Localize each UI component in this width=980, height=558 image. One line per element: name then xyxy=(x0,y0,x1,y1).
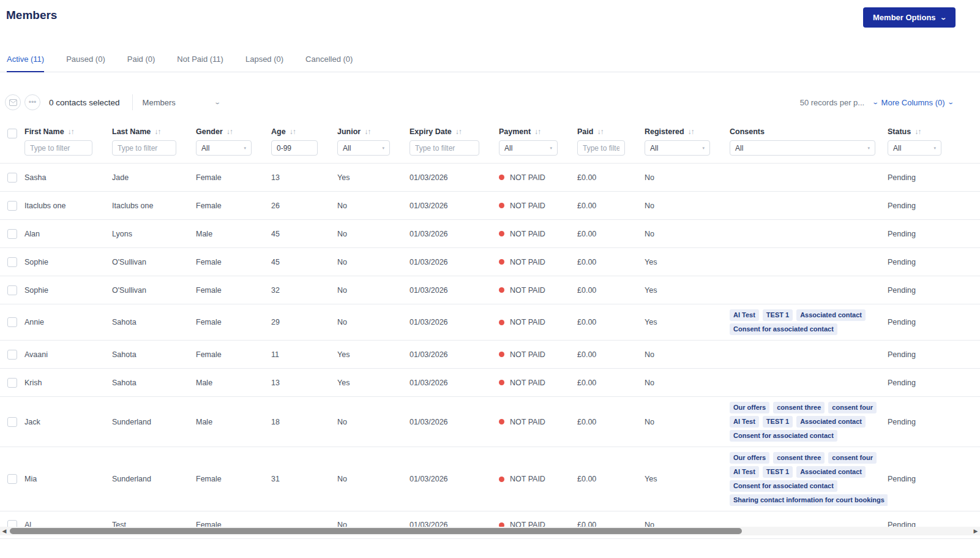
view-select[interactable]: Members ⌄ xyxy=(132,94,220,110)
junior-filter-select[interactable]: All▾ xyxy=(337,140,390,156)
row-checkbox[interactable] xyxy=(7,285,17,295)
tab-cancelled-0[interactable]: Cancelled (0) xyxy=(305,48,353,72)
cell-expiry-date: 01/03/2026 xyxy=(410,286,499,295)
cell-consents: Our offersconsent threeconsent fourAI Te… xyxy=(730,447,888,511)
sort-icons[interactable]: ↓↑ xyxy=(226,127,233,136)
tab-lapsed-0[interactable]: Lapsed (0) xyxy=(245,48,283,72)
payment-status-label: NOT PAID xyxy=(510,202,545,210)
not-paid-dot-icon xyxy=(499,231,504,236)
email-button[interactable] xyxy=(5,94,21,110)
cell-age: 45 xyxy=(271,258,337,266)
table-row: Itaclubs oneItaclubs oneFemale26No01/03/… xyxy=(0,191,980,219)
sort-icons[interactable]: ↓↑ xyxy=(290,127,296,136)
registered-filter-select[interactable]: All▾ xyxy=(645,140,710,156)
column-header-gender: Gender↓↑All▾ xyxy=(196,127,271,156)
cell-status: Pending xyxy=(888,379,980,387)
more-actions-button[interactable]: ••• xyxy=(24,94,40,110)
sort-icons[interactable]: ↓↑ xyxy=(68,127,74,136)
table-row: SophieO'SullivanFemale45No01/03/2026NOT … xyxy=(0,247,980,276)
select-all-checkbox[interactable] xyxy=(7,129,17,138)
cell-payment: NOT PAID xyxy=(499,475,577,483)
cell-first-name: Jack xyxy=(24,418,112,426)
cell-junior: No xyxy=(337,418,410,426)
sort-icons[interactable]: ↓↑ xyxy=(915,127,921,136)
gender-filter-select[interactable]: All▾ xyxy=(196,140,252,156)
row-checkbox-cell xyxy=(0,378,24,388)
filter-select-value: All xyxy=(343,144,351,153)
cell-status: Pending xyxy=(888,230,980,238)
expiry-date-filter-input[interactable] xyxy=(410,140,479,156)
members-page: Members Member Options ⌄ Active (11)Paus… xyxy=(0,0,980,558)
cell-last-name: Sunderland xyxy=(112,418,196,426)
column-label: First Name↓↑ xyxy=(24,127,101,136)
cell-payment: NOT PAID xyxy=(499,173,577,182)
not-paid-dot-icon xyxy=(499,320,504,325)
cell-expiry-date: 01/03/2026 xyxy=(410,418,499,426)
consents-filter-select[interactable]: All▾ xyxy=(730,140,875,156)
payment-status-label: NOT PAID xyxy=(510,475,545,483)
cell-last-name: Sahota xyxy=(112,379,196,387)
last-name-filter-input[interactable] xyxy=(112,140,176,156)
cell-first-name: Alan xyxy=(24,230,112,238)
age-filter-input[interactable] xyxy=(271,140,318,156)
column-label: Gender↓↑ xyxy=(196,127,260,136)
sort-icons[interactable]: ↓↑ xyxy=(455,127,462,136)
row-checkbox[interactable] xyxy=(7,229,17,239)
member-options-button[interactable]: Member Options ⌄ xyxy=(863,7,956,28)
row-checkbox-cell xyxy=(0,474,24,484)
sort-icons[interactable]: ↓↑ xyxy=(364,127,370,136)
scrollbar-track[interactable] xyxy=(9,527,971,535)
cell-registered: No xyxy=(645,202,730,210)
cell-age: 26 xyxy=(271,202,337,210)
row-checkbox[interactable] xyxy=(7,417,17,427)
row-checkbox[interactable] xyxy=(7,474,17,484)
scroll-left-arrow[interactable]: ◀ xyxy=(0,528,9,534)
row-checkbox[interactable] xyxy=(7,350,17,360)
row-checkbox[interactable] xyxy=(7,201,17,211)
filter-select-value: All xyxy=(201,144,209,153)
scroll-right-arrow[interactable]: ▶ xyxy=(971,528,980,534)
cell-age: 18 xyxy=(271,418,337,426)
sort-icons[interactable]: ↓↑ xyxy=(534,127,540,136)
sort-icons[interactable]: ↓↑ xyxy=(597,127,603,136)
payment-filter-select[interactable]: All▾ xyxy=(499,140,558,156)
row-checkbox[interactable] xyxy=(7,378,17,388)
cell-last-name: Itaclubs one xyxy=(112,202,196,210)
consent-chip: AI Test xyxy=(730,416,759,428)
row-checkbox-cell xyxy=(0,285,24,295)
cell-last-name: Sahota xyxy=(112,350,196,359)
more-columns-select[interactable]: ⌄ More Columns (0) ⌄ xyxy=(873,98,953,107)
not-paid-dot-icon xyxy=(499,287,504,293)
cell-last-name: O'Sullivan xyxy=(112,286,196,295)
column-filter xyxy=(410,140,488,156)
tab-active-11[interactable]: Active (11) xyxy=(7,48,44,72)
column-label-text: Age xyxy=(271,127,286,136)
toolbar: ••• 0 contacts selected Members ⌄ 50 rec… xyxy=(0,93,980,111)
row-checkbox[interactable] xyxy=(7,257,17,267)
sort-icons[interactable]: ↓↑ xyxy=(154,127,160,136)
cell-last-name: O'Sullivan xyxy=(112,258,196,266)
column-label-text: Expiry Date xyxy=(410,127,452,136)
cell-status: Pending xyxy=(888,475,980,483)
tab-paid-0[interactable]: Paid (0) xyxy=(127,48,155,72)
records-per-page-select[interactable]: 50 records per p... xyxy=(800,98,865,107)
row-checkbox[interactable] xyxy=(7,317,17,327)
cell-gender: Male xyxy=(196,379,271,387)
not-paid-dot-icon xyxy=(499,477,504,482)
cell-consents xyxy=(730,378,888,388)
row-checkbox[interactable] xyxy=(7,173,17,183)
scrollbar-thumb[interactable] xyxy=(10,528,742,534)
paid-filter-input[interactable] xyxy=(577,140,625,156)
status-filter-select[interactable]: All▾ xyxy=(888,140,941,156)
consent-chip: Consent for associated contact xyxy=(730,430,837,442)
cell-junior: No xyxy=(337,286,410,295)
column-label-text: First Name xyxy=(24,127,64,136)
sort-icons[interactable]: ↓↑ xyxy=(688,127,694,136)
tab-paused-0[interactable]: Paused (0) xyxy=(66,48,105,72)
consent-chip: Consent for associated contact xyxy=(730,480,837,492)
cell-consents xyxy=(730,257,888,267)
tab-not-paid-11[interactable]: Not Paid (11) xyxy=(177,48,223,72)
more-columns-label: More Columns (0) xyxy=(881,98,945,107)
first-name-filter-input[interactable] xyxy=(24,140,92,156)
cell-gender: Female xyxy=(196,318,271,326)
